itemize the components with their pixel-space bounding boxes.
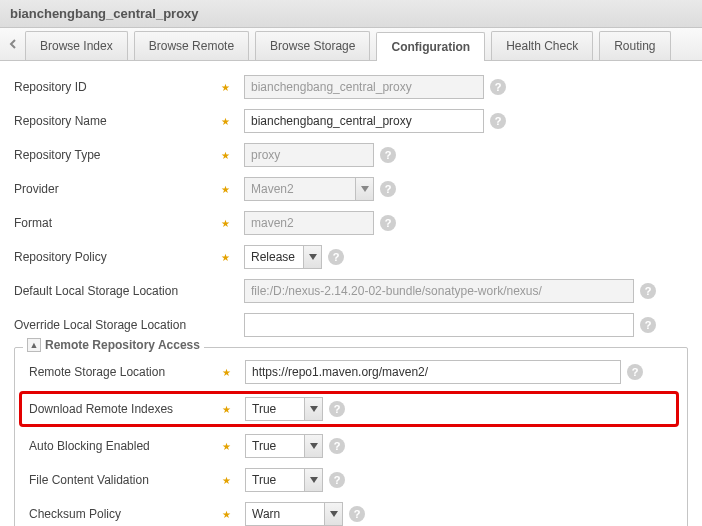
download-remote-indexes-value — [246, 398, 304, 420]
help-icon[interactable]: ? — [640, 317, 656, 333]
field-label: Repository Policy — [14, 250, 107, 264]
chevron-down-icon[interactable] — [324, 503, 342, 525]
field-label: Format — [14, 216, 52, 230]
row-format: Format★ ? — [14, 211, 688, 235]
tab-label: Browse Storage — [270, 39, 355, 53]
row-repository-policy: Repository Policy★ ? — [14, 245, 688, 269]
field-label: Download Remote Indexes — [29, 402, 173, 416]
row-repository-name: Repository Name★ ? — [14, 109, 688, 133]
tab-label: Routing — [614, 39, 655, 53]
help-icon[interactable]: ? — [380, 215, 396, 231]
section-legend: ▲ Remote Repository Access — [23, 338, 204, 352]
chevron-down-icon[interactable] — [304, 469, 322, 491]
highlight-download-remote-indexes: Download Remote Indexes★ ? — [19, 391, 679, 427]
remote-storage-input[interactable] — [245, 360, 621, 384]
file-content-validation-select[interactable] — [245, 468, 323, 492]
tab-browse-storage[interactable]: Browse Storage — [255, 31, 370, 60]
repository-policy-select[interactable] — [244, 245, 322, 269]
row-remote-storage: Remote Storage Location★ ? — [29, 360, 673, 384]
format-input — [244, 211, 374, 235]
required-star-icon: ★ — [222, 367, 231, 378]
chevron-down-icon[interactable] — [303, 246, 321, 268]
row-checksum-policy: Checksum Policy★ ? — [29, 502, 673, 526]
required-star-icon: ★ — [222, 441, 231, 452]
help-icon[interactable]: ? — [627, 364, 643, 380]
tab-label: Browse Index — [40, 39, 113, 53]
checksum-policy-select[interactable] — [245, 502, 343, 526]
row-repository-id: Repository ID★ ? — [14, 75, 688, 99]
tab-scroll-left-icon[interactable] — [4, 28, 22, 60]
required-star-icon: ★ — [221, 184, 230, 195]
repository-policy-value — [245, 246, 303, 268]
file-content-validation-value — [246, 469, 304, 491]
field-label: Repository Type — [14, 148, 101, 162]
tab-browse-remote[interactable]: Browse Remote — [134, 31, 249, 60]
field-label: Repository ID — [14, 80, 87, 94]
download-remote-indexes-select[interactable] — [245, 397, 323, 421]
row-provider: Provider★ ? — [14, 177, 688, 201]
tab-routing[interactable]: Routing — [599, 31, 670, 60]
required-star-icon: ★ — [222, 404, 231, 415]
field-label: Override Local Storage Location — [14, 318, 186, 332]
collapse-up-icon[interactable]: ▲ — [27, 338, 41, 352]
override-storage-input[interactable] — [244, 313, 634, 337]
provider-select — [244, 177, 374, 201]
field-label: Repository Name — [14, 114, 107, 128]
required-star-icon: ★ — [221, 252, 230, 263]
tab-label: Configuration — [391, 40, 470, 54]
row-override-storage: Override Local Storage Location ? — [14, 313, 688, 337]
tab-label: Browse Remote — [149, 39, 234, 53]
field-label: Provider — [14, 182, 59, 196]
default-storage-input — [244, 279, 634, 303]
help-icon[interactable]: ? — [490, 79, 506, 95]
auto-blocking-value — [246, 435, 304, 457]
auto-blocking-select[interactable] — [245, 434, 323, 458]
required-star-icon: ★ — [221, 116, 230, 127]
field-label: Remote Storage Location — [29, 365, 165, 379]
help-icon[interactable]: ? — [329, 472, 345, 488]
provider-value — [245, 178, 355, 200]
help-icon[interactable]: ? — [329, 438, 345, 454]
repository-type-input — [244, 143, 374, 167]
required-star-icon: ★ — [222, 475, 231, 486]
page-title: bianchengbang_central_proxy — [10, 6, 199, 21]
help-icon[interactable]: ? — [380, 147, 396, 163]
chevron-down-icon[interactable] — [304, 435, 322, 457]
checksum-policy-value — [246, 503, 324, 525]
row-default-storage: Default Local Storage Location ? — [14, 279, 688, 303]
remote-repository-access-section: ▲ Remote Repository Access Remote Storag… — [14, 347, 688, 526]
chevron-down-icon[interactable] — [304, 398, 322, 420]
tab-label: Health Check — [506, 39, 578, 53]
chevron-down-icon — [355, 178, 373, 200]
required-star-icon: ★ — [221, 82, 230, 93]
repository-id-input — [244, 75, 484, 99]
row-repository-type: Repository Type★ ? — [14, 143, 688, 167]
section-title: Remote Repository Access — [45, 338, 200, 352]
help-icon[interactable]: ? — [380, 181, 396, 197]
help-icon[interactable]: ? — [329, 401, 345, 417]
row-download-remote-indexes: Download Remote Indexes★ ? — [29, 397, 673, 421]
row-file-content-validation: File Content Validation★ ? — [29, 468, 673, 492]
help-icon[interactable]: ? — [349, 506, 365, 522]
tab-health-check[interactable]: Health Check — [491, 31, 593, 60]
help-icon[interactable]: ? — [490, 113, 506, 129]
help-icon[interactable]: ? — [328, 249, 344, 265]
tab-configuration[interactable]: Configuration — [376, 32, 485, 61]
tab-bar: Browse Index Browse Remote Browse Storag… — [0, 28, 702, 61]
required-star-icon: ★ — [221, 150, 230, 161]
field-label: File Content Validation — [29, 473, 149, 487]
configuration-form: Repository ID★ ? Repository Name★ ? Repo… — [0, 61, 702, 526]
page-header: bianchengbang_central_proxy — [0, 0, 702, 28]
tab-browse-index[interactable]: Browse Index — [25, 31, 128, 60]
required-star-icon: ★ — [221, 218, 230, 229]
help-icon[interactable]: ? — [640, 283, 656, 299]
field-label: Auto Blocking Enabled — [29, 439, 150, 453]
repository-name-input[interactable] — [244, 109, 484, 133]
required-star-icon: ★ — [222, 509, 231, 520]
row-auto-blocking: Auto Blocking Enabled★ ? — [29, 434, 673, 458]
field-label: Checksum Policy — [29, 507, 121, 521]
field-label: Default Local Storage Location — [14, 284, 178, 298]
